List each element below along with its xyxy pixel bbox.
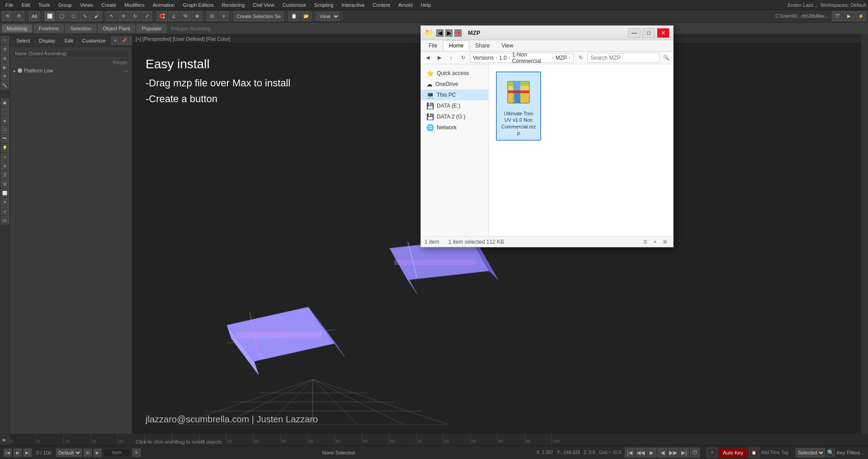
add-key-btn[interactable]: + [707,448,717,458]
select-move-btn[interactable]: ✛ [118,11,129,21]
menu-tools[interactable]: Tools [35,1,54,9]
redo-btn[interactable]: ⟳ [14,11,24,21]
timeline-track[interactable]: 0 5 10 15 20 25 30 35 40 45 50 55 60 65 … [9,434,868,445]
fe-minimize-btn[interactable]: — [628,28,641,38]
next-key-btn[interactable]: ▶▶ [668,448,678,458]
next-frame-btn[interactable]: ▶| [679,448,689,458]
align-btn[interactable]: ≡ [218,11,229,21]
spinner-snap-btn[interactable]: ⊕ [192,11,203,21]
fe-search-go-btn[interactable]: 🔍 [661,53,671,63]
display-icon-btn[interactable]: 👁 [1,72,9,80]
obj-type3-btn[interactable]: ◈ [1,117,9,125]
undo-btn[interactable]: ⟲ [2,11,13,21]
obj-type11-btn[interactable]: ⬜ [1,189,9,197]
render-setup-btn[interactable]: 🎬 [832,11,843,21]
fe-sidebar-onedrive[interactable]: ☁ OneDrive [421,79,488,90]
fe-icon-btn3[interactable]: 📌 [454,29,462,37]
mode-select[interactable]: Default [56,449,82,457]
populate-tab[interactable]: Populate [137,24,166,33]
obj-type14-btn[interactable]: 🗂 [1,216,9,224]
percent-snap-btn[interactable]: % [180,11,191,21]
fe-sidebar-data2-g[interactable]: 💾 DATA 2 (G:) [421,111,488,122]
input-close[interactable]: ✕ [132,449,141,457]
mirror-btn[interactable]: ⊟ [207,11,217,21]
fe-maximize-btn[interactable]: □ [642,28,655,38]
fe-up-btn[interactable]: ↑ [446,53,456,63]
fe-refresh2-btn[interactable]: ↻ [576,53,585,63]
fe-close-btn[interactable]: ✕ [657,28,670,38]
customize-btn[interactable]: Customize [79,37,109,44]
view-dropdown[interactable]: View [316,12,340,21]
fe-sidebar-network[interactable]: 🌐 Network [421,122,488,133]
select-btn[interactable]: Select [13,37,34,44]
menu-graph-editors[interactable]: Graph Editors [179,1,217,9]
display-btn[interactable]: Display [36,37,59,44]
menu-animation[interactable]: Animation [149,1,179,9]
prev-key-btn[interactable]: ◀◀ [636,448,646,458]
obj-type5-btn[interactable]: 📷 [1,135,9,143]
menu-scripting[interactable]: Scripting [311,1,337,9]
hierarchy-icon-btn[interactable]: ⊞ [1,54,9,62]
obj-type4-btn[interactable]: ⬡ [1,126,9,134]
play-reverse-btn[interactable]: ◀ [657,448,667,458]
fe-tab-file[interactable]: File [423,40,443,51]
menu-edit[interactable]: Edit [18,1,34,9]
named-sel-btn[interactable]: 📋 [288,11,300,21]
create-selection-btn[interactable]: Create Selection Se [233,11,284,21]
key-filters-label[interactable]: Key Filters... [837,450,864,455]
layers-btn[interactable]: 📂 [301,11,311,21]
utilities-icon-btn[interactable]: 🔧 [1,81,9,90]
obj-type8-btn[interactable]: ⊕ [1,162,9,170]
fe-details-view-btn[interactable]: ≡ [651,238,660,246]
menu-file[interactable]: File [2,1,17,9]
selection-tab[interactable]: Selection [66,24,96,33]
pin-btn[interactable]: 📌 [120,37,128,45]
select-rotate-btn[interactable]: ↻ [130,11,141,21]
play-anim-btn[interactable]: ▶ [646,448,656,458]
auto-key-btn[interactable]: Auto Key [719,449,747,457]
circle-select-btn[interactable]: ◯ [56,11,67,21]
search-filter-btn[interactable]: 🔍 [827,449,835,457]
menu-group[interactable]: Group [54,1,75,9]
fe-sidebar-data-e[interactable]: 💾 DATA (E:) [421,100,488,111]
obj-type6-btn[interactable]: 💡 [1,144,9,152]
mode-btn2[interactable]: ▶ [94,449,102,457]
snaps-toggle-btn[interactable]: 🧲 [156,11,167,21]
obj-type12-btn[interactable]: ✦ [1,198,9,206]
menu-modifiers[interactable]: Modifiers [121,1,148,9]
fe-tile-view-btn[interactable]: ⊞ [660,238,670,246]
fe-sidebar-this-pc[interactable]: 💻 This PC [421,90,488,100]
select-by-name-btn[interactable]: All [28,11,40,21]
modify-icon-btn[interactable]: ⚙ [1,45,9,53]
object-paint-tab[interactable]: Object Paint [98,24,135,33]
motion-icon-btn[interactable]: ▶ [1,63,9,71]
fe-back-btn[interactable]: ◀ [423,53,433,63]
frame-forward-btn[interactable]: ▶| [24,449,32,457]
fe-search-input[interactable] [587,53,660,63]
render-interactive-btn[interactable]: ⚡ [855,11,866,21]
obj-type9-btn[interactable]: ☰ [1,171,9,179]
render-frame-btn[interactable]: ▶ [844,11,854,21]
angle-snap-btn[interactable]: ∠ [168,11,179,21]
menu-content[interactable]: Content [369,1,394,9]
fe-list-view-btn[interactable]: ☰ [641,238,650,246]
frame-backward-btn[interactable]: |◀ [4,449,12,457]
menu-rendering[interactable]: Rendering [218,1,249,9]
obj-type7-btn[interactable]: ∿ [1,153,9,161]
fence-select-btn[interactable]: ⬡ [68,11,79,21]
menu-customize[interactable]: Customize [279,1,310,9]
menu-views[interactable]: Views [76,1,97,9]
add-time-tag-btn[interactable]: ⏰ [749,448,759,458]
fe-tab-share[interactable]: Share [469,40,495,51]
obj-type2-btn[interactable]: ⬛ [1,108,9,116]
select-obj-btn[interactable]: ↖ [106,11,117,21]
fe-icon-btn2[interactable]: ▶ [445,29,453,37]
menu-arnold[interactable]: Arnold [395,1,416,9]
fe-file-mzp[interactable]: Ultimate Trim UV v1.0 Non Commercial.mzp [496,71,541,141]
timeline-expand-btn[interactable]: ▶ [0,434,9,445]
fe-forward-btn[interactable]: ▶ [434,53,444,63]
time-config-btn[interactable]: ⏱ [690,448,700,458]
fe-tab-home[interactable]: Home [443,40,469,51]
modeling-tab[interactable]: Modeling [2,24,32,33]
create-icon-btn[interactable]: + [1,36,9,44]
